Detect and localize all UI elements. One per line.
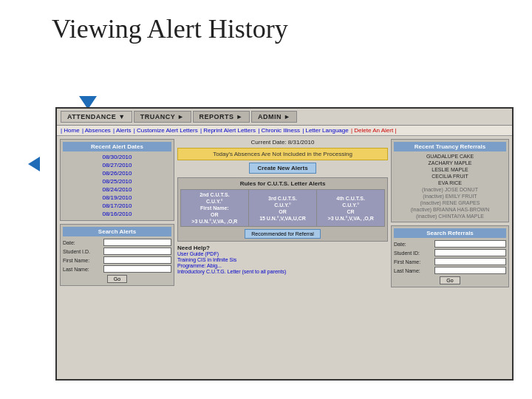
arrow-left-icon [28,157,40,171]
subnav-customize[interactable]: | Customize Alert Letters [134,127,198,134]
referral-list-item[interactable]: (Inactive) JOSE DONUT [394,186,506,193]
referral-list-item[interactable]: (inactive) EMILY FRUIT [394,193,506,200]
r-date-input[interactable] [434,240,506,248]
date-list-item[interactable]: 08/24/2010 [63,185,171,194]
referral-list-item[interactable]: (inactive) BRIANNA HAS-BROWN [394,206,506,213]
referral-list-item[interactable]: (inactive) RENE GRAPES [394,200,506,206]
r-firstname-label: First Name: [394,259,434,265]
help-link-training[interactable]: Training CIS in Infinite Sis [177,257,388,262]
subnav-language[interactable]: | Letter Language [302,127,349,134]
lastname-input[interactable] [103,265,171,273]
subnav-alerts[interactable]: | Alerts [113,127,131,134]
page-title: Viewing Alert History [0,0,532,52]
date-input[interactable] [103,239,171,246]
r-studentid-row: Student ID: [394,249,506,256]
screenshot-container: ATTENDANCE ▼ TRUANCY ► REPORTS ► ADMIN ►… [55,107,514,381]
date-list-item[interactable]: 08/27/2010 [63,161,171,169]
rules-col3: 4th C.U.T.S.C.U.Y.°CR>3 U.N.°,V,VA, ,O,R [317,190,385,227]
r-date-row: Date: [394,240,506,248]
search-referrals-box: Search Referrals Date: Student ID: First… [391,225,509,287]
help-links: User Guide (PDF) Training CIS in Infinit… [177,251,388,274]
r-studentid-label: Student ID: [394,250,434,256]
studentid-input[interactable] [103,248,171,255]
search-alerts-box: Search Alerts Date: Student I.D. First N… [60,224,174,286]
rules-table: 2nd C.U.T.S.C.U.Y.°First Name:OR>3 U.N.°… [180,189,385,227]
r-lastname-row: Last Name: [394,267,506,274]
firstname-input[interactable] [103,256,171,264]
date-list: 08/30/201008/27/201008/26/201008/25/2010… [63,153,171,218]
center-panel: Current Date: 8/31/2010 Today's Absences… [177,139,388,287]
r-firstname-input[interactable] [434,258,506,265]
date-row: Date: [63,239,171,246]
studentid-label: Student I.D. [63,249,103,254]
date-list-item[interactable]: 08/25/2010 [63,177,171,185]
subnav-absences[interactable]: | Absences [82,127,111,134]
rules-col1: 2nd C.U.T.S.C.U.Y.°First Name:OR>3 U.N.°… [181,190,249,227]
referral-list-item[interactable]: (inactive) CHINTAIYA MAPLE [394,213,506,219]
referral-list-item[interactable]: CECILIA FRUIT [394,173,506,180]
warning-box: Today's Absences Are Not Included in the… [177,148,388,160]
r-firstname-row: First Name: [394,258,506,265]
rules-col2: 3rd C.U.T.S.C.U.Y.°OR15 U.N.°,V,VA,U,CR [248,190,317,227]
nav-reports[interactable]: REPORTS ► [193,111,250,123]
current-date: Current Date: 8/31/2010 [177,139,388,146]
search-referrals-title: Search Referrals [394,228,506,238]
rules-title: Rules for C.U.T.S. Letter Alerts [180,180,385,187]
referrals-box: Recent Truancy Referrals GUADALUPE CAKEZ… [391,139,509,222]
subnav-chronic[interactable]: | Chronic Illness [258,127,300,134]
main-body: Recent Alert Dates 08/30/201008/27/20100… [57,136,512,290]
referral-list-item[interactable]: LESLIE MAPLE [394,166,506,173]
nav-truancy[interactable]: TRUANCY ► [134,111,191,123]
help-link-programme[interactable]: Programme: Abig... [177,263,388,268]
search-referrals-go-button[interactable]: Go [440,276,460,284]
nav-attendance[interactable]: ATTENDANCE ▼ [61,111,132,123]
lastname-label: Last Name: [63,267,103,272]
create-alerts-button[interactable]: Create New Alerts [249,163,316,174]
date-list-item[interactable]: 08/26/2010 [63,169,171,177]
sub-nav: | Home | Absences | Alerts | Customize A… [57,126,512,136]
firstname-row: First Name: [63,256,171,264]
subnav-delete[interactable]: | Delete An Alert | [351,127,397,134]
need-help-title: Need Help? [177,245,388,251]
nav-bar: ATTENDANCE ▼ TRUANCY ► REPORTS ► ADMIN ► [57,109,512,126]
right-panel: Recent Truancy Referrals GUADALUPE CAKEZ… [391,139,509,287]
recent-alerts-box: Recent Alert Dates 08/30/201008/27/20100… [60,139,174,221]
date-list-item[interactable]: 08/19/2010 [63,194,171,202]
subnav-home[interactable]: | Home [61,127,80,134]
date-label: Date: [63,240,103,245]
referral-list-item[interactable]: EVA RICE [394,180,506,186]
subnav-reprint[interactable]: | Reprint Alert Letters [200,127,256,134]
referrals-title: Recent Truancy Referrals [394,142,506,151]
date-list-item[interactable]: 08/16/2010 [63,210,171,218]
referrals-list: GUADALUPE CAKEZACHARY MAPLELESLIE MAPLEC… [394,153,506,219]
rules-box: Rules for C.U.T.S. Letter Alerts 2nd C.U… [177,177,388,242]
referral-button[interactable]: Recommended for Referral [245,229,320,239]
studentid-row: Student I.D. [63,248,171,255]
help-link-userguide[interactable]: User Guide (PDF) [177,251,388,256]
help-link-intro[interactable]: Introductory C.U.T.G. Letter (sent to al… [177,269,388,274]
r-lastname-label: Last Name: [394,268,434,273]
date-list-item[interactable]: 08/17/2010 [63,202,171,210]
date-list-item[interactable]: 08/30/2010 [63,153,171,161]
r-date-label: Date: [394,242,434,247]
search-alerts-title: Search Alerts [63,227,171,236]
referral-list-item[interactable]: ZACHARY MAPLE [394,160,506,166]
r-studentid-input[interactable] [434,249,506,256]
recent-alerts-title: Recent Alert Dates [63,142,171,151]
firstname-label: First Name: [63,258,103,263]
nav-admin[interactable]: ADMIN ► [251,111,297,123]
lastname-row: Last Name: [63,265,171,273]
left-panel: Recent Alert Dates 08/30/201008/27/20100… [60,139,174,287]
referral-list-item[interactable]: GUADALUPE CAKE [394,153,506,160]
search-go-button[interactable]: Go [107,275,127,283]
r-lastname-input[interactable] [434,267,506,274]
